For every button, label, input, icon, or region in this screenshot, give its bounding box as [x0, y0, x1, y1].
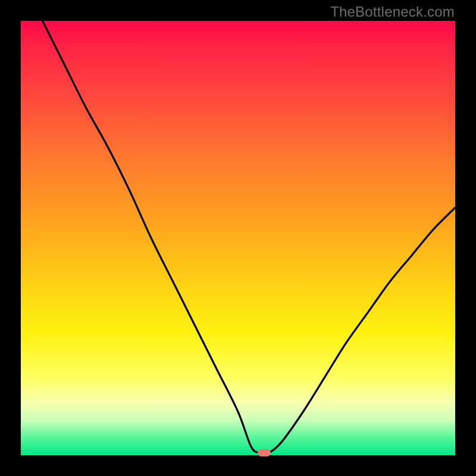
bottleneck-curve — [21, 21, 455, 455]
watermark-text: TheBottleneck.com — [330, 4, 455, 20]
plot-area — [21, 21, 455, 455]
chart-frame: TheBottleneck.com — [0, 0, 476, 476]
curve-path — [43, 21, 456, 454]
optimal-point-marker — [258, 449, 271, 456]
